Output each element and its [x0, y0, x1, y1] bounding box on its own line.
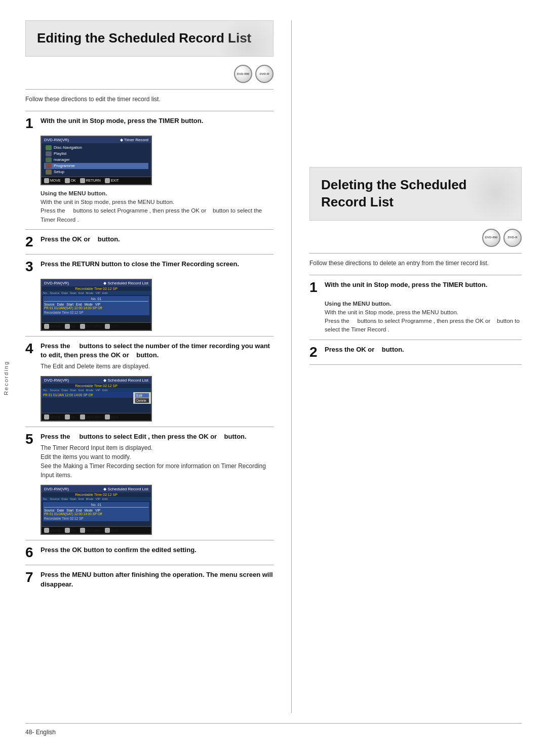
delete-option: Delete: [135, 398, 149, 403]
right-using-menu-line2: Press the buttons to select Programme , …: [325, 318, 520, 332]
menu-playlist-label: Playlist: [54, 151, 66, 156]
sched3-right: ◆ Scheduled Record List: [103, 487, 148, 491]
sched3-ok-label: OK: [71, 529, 76, 532]
sched3-move-icon: [44, 528, 49, 533]
sched2-footer-exit: EXIT: [105, 414, 119, 419]
sched1-footer-exit: EXIT: [105, 324, 119, 329]
sched2-return-label: RETURN: [86, 415, 101, 419]
scheduled-title-bar-2: DVD-RW(VR) ◆ Scheduled Record List: [42, 377, 151, 384]
sched3-footer-ok: OK: [65, 528, 76, 533]
sched3-footer-exit: EXIT: [105, 528, 119, 533]
scheduled-title-bar-3: DVD-RW(VR) ◆ Scheduled Record List: [42, 486, 151, 492]
step-3-num: 3: [25, 260, 36, 274]
step-5-content: Press the buttons to select Edit , then …: [41, 432, 274, 480]
sched2-headers: No.SourceDateStartEndModeVIPEdit: [42, 388, 151, 392]
sched1-selected: No. 01 SourceDateStartEndModeVIP PR 01 0…: [43, 296, 149, 315]
step-7-num: 7: [25, 570, 36, 584]
dvd-rw-icon: DVD-RW: [234, 65, 252, 83]
step-4-sub: The Edit and Delete items are displayed.: [41, 362, 274, 371]
right-step-1-content: With the unit in Stop mode, press the TI…: [325, 280, 522, 291]
sched2-ok-icon: [65, 414, 70, 419]
footer-ok: OK: [65, 178, 76, 183]
right-using-menu-note: Using the MENU button. With the unit in …: [325, 300, 522, 334]
sched2-return-icon: [80, 414, 85, 419]
sched3-headers: No.SourceDateStartEndModeVIPEdit: [42, 497, 151, 501]
using-menu-line2: Press the buttons to select Programme , …: [41, 207, 262, 222]
step-7-content: Press the MENU button after finishing th…: [41, 570, 274, 591]
footer-return: RETURN: [80, 178, 101, 183]
sched2-footer-return: RETURN: [80, 414, 101, 419]
sched1-right: ◆ Scheduled Record List: [103, 281, 148, 285]
step-2-content: Press the OK or button.: [41, 235, 274, 246]
sched1-ok-icon: [65, 324, 70, 329]
step-4-num: 4: [25, 342, 36, 356]
left-section-header: Editing the Scheduled Record List: [25, 20, 274, 57]
right-step-1-num: 1: [309, 280, 321, 295]
step-5-num: 5: [25, 432, 36, 446]
sched2-footer-move: MOVE: [44, 414, 61, 419]
sched3-row-values: PR 01 01/JAN(SAT) 12:00 14:00 SP Off: [44, 512, 148, 516]
playlist-icon: [46, 151, 52, 156]
right-divider-3: [309, 340, 522, 340]
left-divider-2: [25, 111, 274, 111]
sched3-row-labels: SourceDateStartEndModeVIP: [44, 509, 148, 512]
step-1-num: 1: [25, 116, 36, 131]
sched2-ok-label: OK: [71, 415, 76, 419]
step-3-content: Press the RETURN button to close the Tim…: [41, 260, 274, 271]
scheduled-container-edit: DVD-RW(VR) ◆ Scheduled Record List Recor…: [25, 376, 274, 422]
footer: 48- English: [25, 723, 522, 736]
right-step-1-text: With the unit in Stop mode, press the TI…: [325, 280, 522, 289]
menu-playlist: Playlist: [44, 151, 148, 157]
move-btn-icon: [44, 178, 49, 183]
sched2-subtitle: Recordable Time 02:12 SP: [42, 384, 151, 388]
ok-btn-icon: [65, 178, 70, 183]
sched1-row-values: PR 01 01/JAN(SAT) 12:00 14:00 SP Off: [44, 306, 148, 310]
sched2-body: PR 01 01/JAN 12:00 14:00 SP Off Edit Del…: [42, 392, 151, 413]
left-disc-icons: DVD-RW DVD-R: [25, 65, 274, 83]
step-6-content: Press the OK button to confirm the edite…: [41, 545, 274, 557]
screen-right-label: ◆ Timer Record: [120, 138, 148, 142]
scheduled-screen-1: DVD-RW(VR) ◆ Scheduled Record List Recor…: [41, 279, 152, 331]
footer-label: 48- English: [25, 729, 56, 736]
footer-exit-label: EXIT: [111, 179, 119, 182]
screen-body: Disc-Navigation Playlist manager Program…: [42, 143, 151, 177]
sched1-footer-ok: OK: [65, 324, 76, 329]
right-using-menu-title: Using the MENU button.: [325, 301, 392, 307]
step-1-text: With the unit in Stop mode, press the TI…: [41, 116, 274, 125]
left-step-6: 6 Press the OK button to confirm the edi…: [25, 545, 274, 560]
right-dvd-r-icon: DVD-R: [503, 229, 522, 247]
step-7-text: Press the MENU button after finishing th…: [41, 570, 274, 589]
sched1-recordable: Recordable Time 02:12 SP: [44, 311, 148, 314]
sched3-recordable: Recordable Time 02:12 SP: [44, 517, 148, 520]
sched3-exit-label: EXIT: [111, 529, 119, 532]
using-menu-note: Using the MENU button. With the unit in …: [41, 189, 274, 224]
sched1-spacer: [42, 316, 151, 322]
sched1-footer: MOVE OK RETURN EXIT: [42, 322, 151, 330]
left-step-2: 2 Press the OK or button.: [25, 235, 274, 249]
menu-manager: manager: [44, 157, 148, 163]
scheduled-screen-2: DVD-RW(VR) ◆ Scheduled Record List Recor…: [41, 376, 152, 422]
footer-exit: EXIT: [105, 178, 119, 183]
step-3-text: Press the RETURN button to close the Tim…: [41, 260, 274, 269]
step-5-sub2: Edit the items you want to modify.: [41, 452, 274, 461]
step-2-num: 2: [25, 235, 36, 249]
right-divider-1: [309, 253, 522, 254]
sched1-footer-move: MOVE: [44, 324, 61, 329]
return-btn-icon: [80, 178, 85, 183]
disc-nav-icon: [46, 145, 52, 150]
right-section-header: Deleting the Scheduled Record List: [309, 167, 522, 221]
sched1-exit-icon: [105, 324, 110, 329]
footer-move-label: MOVE: [50, 179, 61, 182]
sched2-exit-icon: [105, 414, 110, 419]
right-disc-icons: DVD-RW DVD-R: [309, 229, 522, 247]
sched1-return-icon: [80, 324, 85, 329]
sched2-row: PR 01 01/JAN 12:00 14:00 SP Off: [42, 392, 133, 398]
scheduled-screen-3: DVD-RW(VR) ◆ Scheduled Record List Recor…: [41, 485, 152, 535]
step-5-title: Press the buttons to select Edit , then …: [41, 432, 274, 441]
sched3-footer-return: RETURN: [80, 528, 101, 533]
sched2-right: ◆ Scheduled Record List: [103, 378, 148, 383]
menu-setup: Setup: [44, 169, 148, 175]
sched2-exit-label: EXIT: [111, 415, 119, 419]
programme-icon: [46, 163, 52, 169]
sched1-footer-return: RETURN: [80, 324, 101, 329]
